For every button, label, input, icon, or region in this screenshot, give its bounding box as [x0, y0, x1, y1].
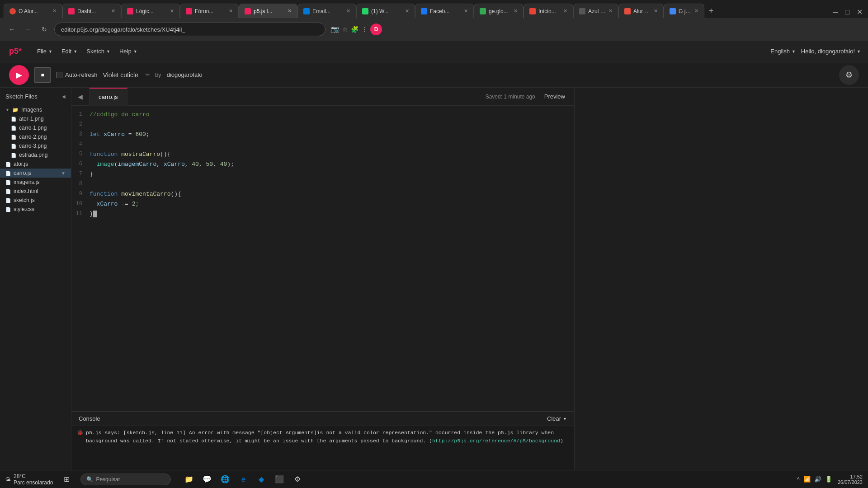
- bookmark-icon[interactable]: ☆: [342, 26, 348, 33]
- code-editor[interactable]: 1 //código do carro 2 3 let xCarro = 600…: [71, 106, 574, 411]
- network-icon[interactable]: 📶: [803, 476, 811, 483]
- autorefresh-checkbox[interactable]: [56, 72, 62, 78]
- file-carro1[interactable]: 📄 carro-1.png: [0, 123, 71, 132]
- file-index-html[interactable]: 📄 index.html: [0, 187, 71, 196]
- tab-close-4[interactable]: ✕: [229, 8, 233, 14]
- address-input[interactable]: [54, 23, 326, 36]
- taskbar-app-fileexplorer[interactable]: 📁: [182, 472, 196, 487]
- menu-edit[interactable]: Edit ▼: [57, 45, 82, 57]
- language-button[interactable]: English ▼: [770, 48, 796, 55]
- browser-tab-5[interactable]: p5.js l... ✕: [239, 4, 297, 18]
- taskbar-app-settings[interactable]: ⚙: [290, 472, 305, 487]
- time-display[interactable]: 17:52 26/07/2023: [838, 474, 863, 485]
- screenshot-icon[interactable]: 📷: [331, 25, 340, 33]
- tab-close-5[interactable]: ✕: [288, 8, 292, 14]
- browser-tab-7[interactable]: (1) W... ✕: [356, 4, 415, 18]
- file-carro3[interactable]: 📄 carro-3.png: [0, 141, 71, 150]
- file-style-css[interactable]: 📄 style.css: [0, 205, 71, 214]
- taskbar-app-chat[interactable]: 💬: [200, 472, 214, 487]
- windows-start-icon[interactable]: ⊞: [64, 475, 70, 483]
- battery-icon[interactable]: 🔋: [825, 476, 832, 483]
- browser-tab-13[interactable]: G jogos ✕: [664, 4, 704, 18]
- file-carro-js[interactable]: 📄 carro.js ▼: [0, 169, 71, 178]
- browser-tab-2[interactable]: Dasht... ✕: [62, 4, 121, 18]
- file-doc-icon-11: 📄: [5, 207, 11, 212]
- taskbar-search[interactable]: 🔍 Pesquisar: [80, 474, 171, 485]
- menu-sketch[interactable]: Sketch ▼: [82, 45, 115, 57]
- play-button[interactable]: ▶: [9, 65, 29, 85]
- browser-tab-4[interactable]: Fórun... ✕: [180, 4, 239, 18]
- browser-tab-11[interactable]: Azul -... ✕: [573, 4, 618, 18]
- tab-close-11[interactable]: ✕: [609, 8, 613, 14]
- line-num-3: 3: [71, 130, 90, 139]
- back-button[interactable]: ←: [5, 23, 18, 36]
- taskbar-app-vscode[interactable]: ◆: [254, 472, 269, 487]
- menu-file[interactable]: File ▼: [33, 45, 57, 57]
- tab-close-9[interactable]: ✕: [514, 8, 518, 14]
- tab-close-10[interactable]: ✕: [563, 8, 567, 14]
- extensions-icon[interactable]: 🧩: [351, 26, 359, 33]
- browser-tab-10[interactable]: Início... ✕: [524, 4, 573, 18]
- console-body: 🐞 p5.js says: [sketch.js, line 11] An er…: [71, 426, 574, 470]
- settings-button[interactable]: ⚙: [839, 65, 859, 85]
- maximize-icon[interactable]: □: [843, 6, 851, 18]
- file-ator-js[interactable]: 📄 ator.js: [0, 160, 71, 169]
- file-ator1[interactable]: 📄 ator-1.png: [0, 114, 71, 123]
- taskbar-app-terminal[interactable]: ⬛: [272, 472, 287, 487]
- file-estrada[interactable]: 📄 estrada.png: [0, 150, 71, 160]
- file-name-6: ator.js: [14, 161, 28, 167]
- file-name-9: index.html: [14, 188, 38, 194]
- tab-close-1[interactable]: ✕: [52, 8, 57, 14]
- tab-close-8[interactable]: ✕: [464, 8, 468, 14]
- editor-tab-carro[interactable]: carro.js: [90, 88, 127, 106]
- chevron-up-icon[interactable]: ^: [797, 476, 800, 483]
- reload-button[interactable]: ↻: [38, 23, 51, 36]
- browser-tab-8[interactable]: Faceb... ✕: [415, 4, 474, 18]
- stop-button[interactable]: ■: [34, 67, 51, 83]
- browser-menu-icon[interactable]: ⋮: [361, 26, 368, 33]
- taskbar-app-browser[interactable]: 🌐: [218, 472, 232, 487]
- sidebar-collapse-icon[interactable]: ◀: [62, 94, 66, 99]
- close-window-icon[interactable]: ✕: [855, 6, 864, 18]
- new-tab-button[interactable]: +: [704, 4, 718, 18]
- profile-avatar[interactable]: D: [370, 23, 382, 35]
- tab-close-12[interactable]: ✕: [654, 8, 658, 14]
- tab-close-3[interactable]: ✕: [170, 8, 174, 14]
- editor-panel: ◀ carro.js Saved: 1 minute ago Preview 1…: [71, 88, 574, 470]
- menu-right: English ▼ Hello, diogogarofalo! ▼: [770, 48, 861, 55]
- menu-help[interactable]: Help ▼: [115, 45, 142, 57]
- line-content-7: }: [90, 170, 574, 179]
- browser-tab-6[interactable]: Email... ✕: [297, 4, 356, 18]
- tab-favicon-12: [624, 8, 631, 14]
- file-doc-icon-6: 📄: [5, 162, 11, 167]
- browser-tab-9[interactable]: ge.glo... ✕: [474, 4, 524, 18]
- code-line-4: 4: [71, 140, 574, 150]
- tab-close-7[interactable]: ✕: [405, 8, 409, 14]
- forward-button[interactable]: →: [22, 23, 34, 36]
- autorefresh-label[interactable]: Auto-refresh: [56, 71, 98, 78]
- file-imagens-js[interactable]: 📄 imagens.js: [0, 178, 71, 187]
- file-doc-icon-5: 📄: [11, 153, 16, 158]
- greeting-button[interactable]: Hello, diogogarofalo! ▼: [801, 48, 861, 55]
- collapse-button[interactable]: ◀: [71, 88, 90, 106]
- volume-icon[interactable]: 🔊: [814, 476, 821, 483]
- edit-sketch-icon[interactable]: ✏: [146, 72, 150, 78]
- browser-tab-3[interactable]: Lógic... ✕: [121, 4, 180, 18]
- file-name-2: carro-1.png: [19, 125, 47, 131]
- tab-close-13[interactable]: ✕: [694, 8, 698, 14]
- browser-tab-12[interactable]: Alura ... ✕: [618, 4, 664, 18]
- folder-imagens[interactable]: ▼ 📁 Imagens: [0, 105, 71, 114]
- author-name: diogogarofalo: [167, 71, 203, 78]
- file-sketch-js[interactable]: 📄 sketch.js: [0, 196, 71, 205]
- sidebar-title: Sketch Files: [5, 93, 62, 100]
- browser-tab-1[interactable]: O Alur... ✕: [4, 4, 62, 18]
- console-header: Console Clear ▼: [71, 412, 574, 426]
- tab-close-6[interactable]: ✕: [346, 8, 350, 14]
- menubar: p5* File ▼ Edit ▼ Sketch ▼ Help ▼ Englis…: [0, 41, 868, 62]
- clear-button[interactable]: Clear ▼: [547, 415, 567, 422]
- minimize-icon[interactable]: ─: [831, 6, 840, 18]
- sketch-name[interactable]: Violet cuticle: [103, 71, 138, 79]
- taskbar-app-edge[interactable]: e: [236, 472, 250, 487]
- tab-close-2[interactable]: ✕: [111, 8, 115, 14]
- file-carro2[interactable]: 📄 carro-2.png: [0, 132, 71, 141]
